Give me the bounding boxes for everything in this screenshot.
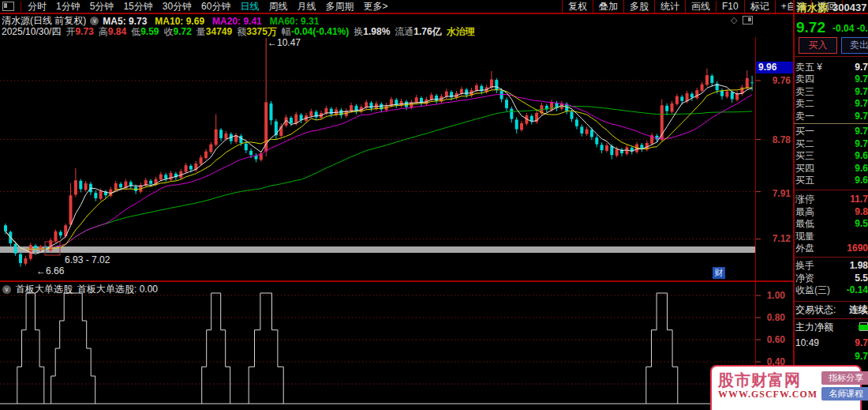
menu-draw[interactable]: 画线 — [685, 0, 716, 13]
tab-weekly[interactable]: 周线 — [268, 0, 287, 13]
limit-up-row: 涨停11.7 — [795, 194, 868, 205]
divider — [794, 56, 868, 57]
stat-low: 低9.59 — [131, 25, 159, 39]
band-range-annotation: 6.93 - 7.02 — [65, 254, 110, 265]
quote-change-pct: -0.41% — [857, 23, 868, 34]
axis-tick: 8.78 — [758, 134, 791, 145]
badge-indicator-share: 指标分享 — [821, 371, 868, 385]
collapse-icon[interactable]: ∨ — [2, 285, 11, 294]
tab-monthly[interactable]: 月线 — [297, 0, 316, 13]
quote-change: -0.04 -0.41% — [832, 23, 868, 34]
menu-fuquan[interactable]: 复权 — [562, 0, 593, 13]
low-price-annotation: ←6.66 — [36, 265, 64, 276]
pane-split-icon[interactable] — [743, 16, 753, 24]
quote-stock-name[interactable]: 清水源300437 — [797, 1, 866, 15]
news-marker-badge[interactable]: 财 — [713, 267, 725, 279]
divider — [794, 318, 868, 319]
ohlc-row: 2025/10/30/四 开9.73 高9.84 低9.59 收9.72 量34… — [2, 25, 480, 39]
watermark-url: WWW.GSCFW.COM — [718, 389, 817, 401]
tick-row: 10:499.7 — [795, 337, 868, 349]
bid-3-row[interactable]: 买三9.6 — [795, 150, 868, 162]
menu-multi-stock[interactable]: 多股 — [623, 0, 654, 13]
sell-button[interactable]: 卖出 — [841, 37, 868, 54]
net-asset-row: 净资5.5 — [795, 273, 868, 284]
stat-industry: 水治理 — [447, 25, 475, 39]
stat-float: 流通1.76亿 — [395, 25, 441, 39]
tab-1min[interactable]: 1分钟 — [56, 0, 80, 13]
buy-button[interactable]: 买入 — [799, 37, 837, 54]
watermark-title: 股市财富网 — [718, 371, 817, 389]
signal-axis-tick: 1.00 — [752, 290, 785, 301]
stat-turnover: 换1.98% — [354, 25, 390, 39]
tick-row: 9.7 — [795, 351, 868, 363]
tab-30min[interactable]: 30分钟 — [163, 0, 192, 13]
tab-15min[interactable]: 15分钟 — [123, 0, 152, 13]
tab-fenshi[interactable]: 分时 — [28, 0, 47, 13]
divider — [794, 190, 868, 190]
turnover-row: 换手1.98 — [795, 260, 868, 272]
chart-corner-icons: ◇ — [731, 15, 753, 25]
signal-pane-header: ∨ 首板大单选股 首板大单选股: 0.00 — [2, 283, 158, 296]
main-net-flow-row[interactable]: 主力净额 — [795, 322, 868, 333]
bid-ask-divider — [794, 123, 868, 124]
divider — [21, 2, 21, 12]
outer-volume-row: 外盘1690 — [795, 243, 868, 254]
menu-overlay[interactable]: 叠加 — [593, 0, 623, 13]
quote-last-price: 9.72 — [796, 19, 825, 36]
chevron-down-icon[interactable]: ∨ — [90, 17, 99, 25]
kline-chart[interactable] — [0, 0, 793, 410]
ask-5-row[interactable]: 卖五 ¥9.7 — [795, 62, 868, 73]
menu-stats[interactable]: 统计 — [654, 0, 685, 13]
bid-2-row[interactable]: 买二9.7 — [795, 138, 868, 150]
stat-close: 收9.72 — [163, 25, 191, 39]
tab-daily[interactable]: 日线 — [240, 0, 259, 13]
axis-divider — [755, 37, 756, 405]
eps-row: 收益(三)-0.14 — [795, 284, 868, 296]
signal-axis-tick: 0.80 — [752, 312, 785, 323]
date-label: 2025/10/30/四 — [2, 25, 61, 39]
divider — [794, 257, 868, 258]
axis-tick: 7.91 — [758, 188, 791, 199]
stat-open: 开9.73 — [65, 25, 93, 39]
ask-1-row[interactable]: 卖一9.7 — [795, 111, 868, 122]
peak-price-annotation: ←10.47 — [268, 37, 301, 48]
tab-5min[interactable]: 5分钟 — [90, 0, 114, 13]
split-window-icon[interactable] — [2, 2, 14, 11]
diamond-icon[interactable]: ◇ — [731, 15, 737, 25]
axis-max-label: 9.96 — [756, 62, 794, 73]
tab-60min[interactable]: 60分钟 — [201, 0, 230, 13]
cur-volume-row: 现量 — [795, 231, 868, 243]
badge-teacher-course: 名师课程 — [821, 387, 868, 401]
tab-more[interactable]: 更多> — [363, 0, 387, 13]
trading-terminal: 分时 1分钟 5分钟 15分钟 30分钟 60分钟 日线 周线 月线 多周期 更… — [0, 0, 868, 410]
menu-mark[interactable]: 标记 — [744, 0, 775, 13]
pane-divider — [0, 280, 793, 282]
stat-high: 高9.84 — [99, 25, 126, 39]
signal-axis-tick: 0.60 — [752, 334, 785, 345]
signal-pane-title[interactable]: 首板大单选股 — [16, 283, 73, 296]
axis-tick: 7.12 — [758, 233, 791, 244]
day-high-row: 最高9.8 — [795, 206, 868, 218]
tab-multi-period[interactable]: 多周期 — [325, 0, 354, 13]
period-tabs: 分时 1分钟 5分钟 15分钟 30分钟 60分钟 日线 周线 月线 多周期 更… — [28, 0, 387, 13]
trade-status-row: 交易状态:连续 — [795, 304, 868, 316]
ask-2-row[interactable]: 卖二9.7 — [795, 98, 868, 110]
stat-volume: 量34749 — [196, 25, 232, 39]
signal-pane-value: 首板大单选股: 0.00 — [77, 283, 158, 296]
watermark-banner: 股市财富网 WWW.GSCFW.COM 指标分享 名师课程 — [710, 365, 862, 410]
divider — [794, 301, 868, 302]
top-menu-bar: 分时 1分钟 5分钟 15分钟 30分钟 60分钟 日线 周线 月线 多周期 更… — [0, 0, 868, 14]
axis-tick: 9.76 — [758, 75, 791, 86]
ask-4-row[interactable]: 卖四9.7 — [795, 73, 868, 85]
bid-1-row[interactable]: 买一9.7 — [795, 126, 868, 137]
watermark-text: 股市财富网 WWW.GSCFW.COM — [718, 371, 817, 401]
quote-stock-code: 300437 — [832, 2, 866, 13]
day-low-row: 最低9.5 — [795, 218, 868, 230]
menu-f10[interactable]: F10 — [716, 1, 744, 12]
bid-5-row[interactable]: 买五9.6 — [795, 175, 868, 186]
panel-divider — [793, 0, 795, 410]
bid-4-row[interactable]: 买四9.6 — [795, 163, 868, 175]
net-flow-bar — [859, 325, 868, 330]
ask-3-row[interactable]: 卖三9.7 — [795, 86, 868, 98]
